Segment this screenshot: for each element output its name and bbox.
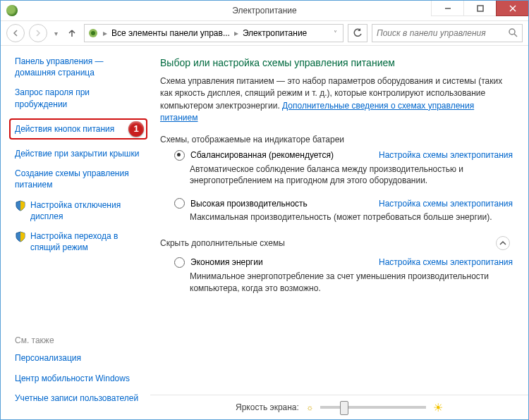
svg-point-6 (509, 29, 515, 35)
maximize-button[interactable] (463, 1, 496, 16)
breadcrumb-item[interactable]: Электропитание (243, 28, 307, 38)
sidebar-link-label: Действия кнопок питания (15, 124, 114, 134)
minimize-button[interactable] (431, 1, 463, 16)
plan-settings-link[interactable]: Настройка схемы электропитания (379, 257, 513, 267)
breadcrumb-item[interactable]: Все элементы панели управ... (111, 28, 230, 38)
sidebar-link-label: Настройка перехода в спящий режим (30, 231, 118, 252)
titlebar: Электропитание (1, 1, 528, 21)
minimize-icon (444, 5, 451, 12)
sidebar-link-label: Настройка отключения дисплея (30, 200, 121, 221)
sidebar-links: Панель управления — домашняя страница За… (1, 56, 150, 261)
sidebar-link-home[interactable]: Панель управления — домашняя страница (15, 56, 143, 78)
svg-rect-1 (478, 6, 483, 11)
sidebar-link-require-password[interactable]: Запрос пароля при пробуждении (15, 87, 143, 109)
plan-head: Сбалансированная (рекомендуется) Настрой… (174, 150, 513, 161)
shield-icon (15, 200, 26, 211)
see-also-user-accounts[interactable]: Учетные записи пользователей (15, 393, 143, 404)
sidebar-link-lid-close[interactable]: Действие при закрытии крышки (15, 148, 143, 159)
sidebar: Панель управления — домашняя страница За… (1, 46, 150, 419)
plan-settings-link[interactable]: Настройка схемы электропитания (379, 199, 513, 209)
power-options-icon (87, 27, 99, 39)
sidebar-link-sleep[interactable]: Настройка перехода в спящий режим (15, 230, 143, 253)
window-controls (431, 1, 528, 16)
refresh-icon (353, 28, 363, 38)
plan-power-saver: Экономия энергии Настройка схемы электро… (174, 257, 513, 295)
brightness-slider[interactable] (320, 406, 426, 409)
page-heading: Выбор или настройка схемы управления пит… (160, 57, 513, 68)
sidebar-link-power-buttons[interactable]: Действия кнопок питания 1 (9, 118, 147, 140)
sidebar-link-create-plan[interactable]: Создание схемы управления питанием (15, 168, 143, 190)
plan-settings-link[interactable]: Настройка схемы электропитания (379, 150, 513, 160)
sidebar-spacer (1, 261, 150, 335)
see-also-heading: См. также (15, 335, 143, 345)
shield-icon (15, 231, 26, 242)
collapse-row: Скрыть дополнительные схемы (160, 236, 513, 250)
plan-desc: Минимальное энергопотребление за счет ум… (190, 271, 513, 295)
plan-balanced: Сбалансированная (рекомендуется) Настрой… (174, 150, 513, 187)
close-icon (509, 5, 516, 12)
breadcrumb-sep-icon: ▸ (233, 28, 240, 38)
window: Электропитание ▾ ▸ Все элементы (0, 0, 529, 420)
plan-name[interactable]: Экономия энергии (190, 257, 373, 267)
collapse-button[interactable] (496, 236, 510, 250)
plan-radio[interactable] (174, 257, 185, 268)
see-also-mobility-center[interactable]: Центр мобильности Windows (15, 373, 143, 384)
slider-thumb[interactable] (340, 401, 348, 415)
search-icon (508, 27, 519, 39)
arrow-left-icon (12, 30, 19, 37)
sidebar-link-display-off[interactable]: Настройка отключения дисплея (15, 199, 143, 222)
maximize-icon (477, 5, 484, 12)
plan-name[interactable]: Высокая производительность (190, 199, 373, 209)
plan-radio[interactable] (174, 150, 185, 161)
search-input[interactable] (375, 27, 508, 39)
refresh-button[interactable] (348, 24, 367, 42)
search-box[interactable] (372, 24, 523, 42)
plan-head: Экономия энергии Настройка схемы электро… (174, 257, 513, 268)
section-title-battery-plans: Схемы, отображаемые на индикаторе батаре… (160, 135, 513, 144)
see-also-personalization[interactable]: Персонализация (15, 352, 143, 364)
arrow-up-icon (67, 28, 77, 38)
plan-desc: Максимальная производительность (может п… (190, 211, 513, 223)
sun-small-icon: ☼ (306, 403, 313, 412)
intro-text: Схема управления питанием — это набор па… (160, 75, 513, 125)
annotation-callout: 1 (128, 121, 144, 137)
address-bar[interactable]: ▸ Все элементы панели управ... ▸ Электро… (84, 24, 343, 42)
chevron-up-icon (499, 240, 506, 247)
back-button[interactable] (6, 24, 25, 42)
see-also: См. также Персонализация Центр мобильнос… (1, 335, 150, 412)
close-button[interactable] (496, 1, 528, 16)
forward-button[interactable] (29, 24, 47, 42)
navbar: ▾ ▸ Все элементы панели управ... ▸ Элект… (1, 21, 528, 46)
arrow-right-icon (35, 30, 42, 37)
address-dropdown-icon[interactable]: ˅ (331, 30, 340, 37)
svg-line-7 (514, 34, 517, 37)
extra-plans: Экономия энергии Настройка схемы электро… (160, 257, 513, 295)
plan-high-performance: Высокая производительность Настройка схе… (174, 198, 513, 223)
up-button[interactable] (64, 25, 80, 41)
history-dropdown[interactable]: ▾ (51, 30, 60, 37)
breadcrumb-sep-icon: ▸ (102, 28, 109, 38)
body: Панель управления — домашняя страница За… (1, 46, 528, 419)
plan-name[interactable]: Сбалансированная (рекомендуется) (190, 150, 373, 160)
footer: Яркость экрана: ☼ ☀ (150, 395, 528, 419)
plan-desc: Автоматическое соблюдение баланса между … (190, 163, 513, 187)
collapse-label[interactable]: Скрыть дополнительные схемы (160, 238, 285, 248)
plan-head: Высокая производительность Настройка схе… (174, 198, 513, 209)
plan-radio[interactable] (174, 198, 185, 209)
brightness-label: Яркость экрана: (236, 402, 299, 412)
power-plans: Сбалансированная (рекомендуется) Настрой… (160, 150, 513, 223)
svg-point-5 (91, 31, 95, 35)
main-content: Выбор или настройка схемы управления пит… (150, 46, 528, 419)
sun-large-icon: ☀ (433, 401, 443, 414)
